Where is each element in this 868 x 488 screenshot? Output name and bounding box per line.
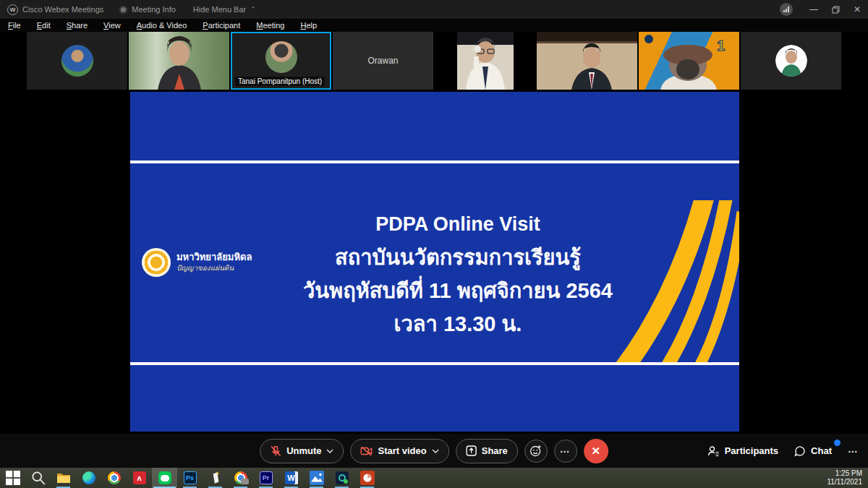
taskbar-clock[interactable]: 1:25 PM 11/11/2021 [827,468,868,488]
video-tile[interactable] [129,32,229,90]
close-button[interactable]: ✕ [846,0,868,19]
menu-help[interactable]: Help [292,20,325,31]
video-tile[interactable] [741,32,841,90]
menu-edit[interactable]: Edit [29,20,59,31]
camera-off-icon [361,446,373,456]
slide-divider-bottom [130,362,739,365]
taskbar-acrobat[interactable]: ʌ [127,468,152,488]
video-tile[interactable] [27,32,127,90]
video-tile[interactable] [435,32,535,90]
participant-name-label: Orawan [333,56,433,66]
window-title: Cisco Webex Meetings [22,5,103,14]
taskbar-search-button[interactable] [25,468,51,488]
menu-file[interactable]: File [0,20,29,31]
taskbar-edge[interactable] [76,468,101,488]
chevron-down-icon [432,449,439,453]
slide-divider-top [130,160,739,163]
connection-quality-icon[interactable] [780,3,793,16]
taskbar-webex[interactable] [329,468,354,488]
word-icon: W [285,471,298,484]
menu-meeting[interactable]: Meeting [248,20,292,31]
search-icon [31,471,46,485]
taskbar-chrome[interactable] [101,468,127,488]
participants-panel-button[interactable]: Participants [707,445,778,457]
mic-muted-icon [270,445,281,457]
chat-icon [794,445,806,457]
leave-meeting-button[interactable]: ✕ [584,439,608,463]
window-titlebar: W Cisco Webex Meetings Meeting Info Hide… [0,0,868,19]
menu-audio-video[interactable]: Audio & Video [129,20,195,31]
windows-taskbar: ʌ Ps Pr W [0,468,868,488]
webex-teams-icon [336,471,349,484]
chrome-icon [108,471,121,484]
more-panels-button[interactable]: ⋯ [848,445,859,457]
menu-share[interactable]: Share [59,20,95,31]
video-tile[interactable] [537,32,637,90]
participants-icon [707,445,720,457]
menu-bar: File Edit Share View Audio & Video Parti… [0,19,868,32]
taskbar-premiere[interactable]: Pr [253,468,278,488]
reactions-button[interactable] [524,440,548,463]
svg-text:1: 1 [717,38,725,53]
taskbar-photos[interactable] [304,468,329,488]
meeting-info-button[interactable]: Meeting Info [119,5,176,14]
avatar [61,45,93,77]
taskbar-powerpoint[interactable] [354,468,380,488]
unmute-button[interactable]: Unmute [260,439,344,463]
ellipsis-icon: ⋯ [560,445,571,457]
video-tile[interactable]: Orawan [333,32,433,90]
share-screen-icon [466,445,477,456]
video-tile-host-active[interactable]: Tanai Pornpanitpun (Host) [231,32,331,90]
edge-icon [82,471,95,484]
avatar [265,41,297,73]
participant-video [457,32,514,90]
smiley-icon [529,445,542,457]
windows-logo-icon [6,471,20,485]
restore-icon [832,6,840,14]
participant-video [537,32,637,90]
taskbar-photoshop[interactable]: Ps [177,468,203,488]
meeting-info-icon [119,6,127,14]
paint-tool-icon [208,471,223,485]
slide-date: วันพฤหัสบดีที่ 11 พฤศจิกายน 2564 [176,274,739,307]
slide-text-block: PDPA Online Visit สถาบันนวัตกรรมการเรียน… [130,207,739,341]
menu-participant[interactable]: Participant [195,20,248,31]
participant-video: 1 [639,32,739,90]
taskbar-paint-tool[interactable] [203,468,228,488]
start-button[interactable] [0,468,25,488]
shared-content-stage: มหาวิทยาลัยมหิดล ปัญญาของแผ่นดิน PDPA On… [0,90,868,434]
menu-view[interactable]: View [95,20,129,31]
taskbar-line[interactable] [152,468,177,488]
powerpoint-icon [360,471,375,485]
chevron-down-icon [327,449,334,453]
presentation-slide: มหาวิทยาลัยมหิดล ปัญญาของแผ่นดิน PDPA On… [130,92,739,432]
more-options-button[interactable]: ⋯ [554,440,577,463]
webex-logo-icon: W [7,4,18,15]
participant-video [129,32,229,90]
hide-menu-bar-button[interactable]: Hide Menu Bar ⌃ [193,5,256,14]
clock-date: 11/11/2021 [827,478,862,487]
chat-panel-button[interactable]: Chat [794,445,832,457]
meeting-control-bar: Unmute Start video Share [0,434,868,468]
photos-icon [310,471,324,485]
participant-video-strip: Tanai Pornpanitpun (Host) Orawan [0,32,868,90]
taskbar-chrome-utility[interactable] [228,468,253,488]
line-icon [158,471,171,484]
video-tile-virtual-bg[interactable]: 1 [639,32,739,90]
chrome-utility-icon [234,471,247,484]
start-video-button[interactable]: Start video [351,439,449,463]
clock-time: 1:25 PM [827,469,862,478]
slide-time: เวลา 13.30 น. [176,307,739,341]
slide-subtitle: สถาบันนวัตกรรมการเรียนรู้ [176,241,739,274]
slide-title: PDPA Online Visit [176,207,739,241]
ellipsis-icon: ⋯ [848,445,859,457]
close-x-icon: ✕ [592,445,601,458]
taskbar-file-explorer[interactable] [51,468,76,488]
minimize-button[interactable]: — [803,0,825,19]
chat-notification-badge [834,440,841,446]
taskbar-word[interactable]: W [278,468,304,488]
avatar [775,45,807,77]
share-button[interactable]: Share [456,439,518,463]
maximize-button[interactable] [825,0,846,19]
acrobat-icon: ʌ [133,471,146,484]
